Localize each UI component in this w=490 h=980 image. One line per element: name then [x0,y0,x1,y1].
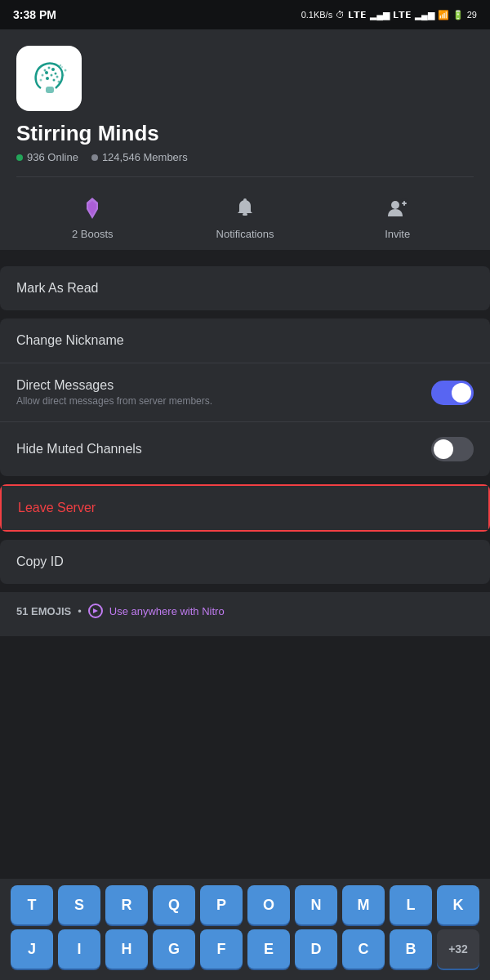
notifications-label: Notifications [216,228,274,240]
key-P[interactable]: P [200,885,243,924]
server-icon [16,46,82,111]
copy-id-label: Copy ID [16,555,64,569]
svg-point-16 [63,74,65,76]
key-L[interactable]: L [390,885,432,924]
direct-messages-toggle[interactable] [431,381,474,405]
key-R[interactable]: R [105,885,148,924]
svg-point-12 [58,81,60,83]
key-J[interactable]: J [11,929,53,969]
status-bar: 3:38 PM 0.1KB/s ⏱ 𝗟𝗧𝗘 ▂▄▆ 𝗟𝗧𝗘 ▂▄▆ 📶 🔋 29 [0,0,490,29]
leave-server-section: Leave Server [0,484,490,532]
svg-point-4 [55,73,57,75]
lte-icon: 𝗟𝗧𝗘 [348,10,367,20]
keyboard-row-1: T S R Q P O N M L K [7,885,483,924]
change-nickname-item[interactable]: Change Nickname [0,318,490,363]
signal2-icon: ▂▄▆ [415,10,434,20]
nitro-icon [88,604,103,618]
status-icons: 0.1KB/s ⏱ 𝗟𝗧𝗘 ▂▄▆ 𝗟𝗧𝗘 ▂▄▆ 📶 🔋 29 [301,10,477,20]
svg-point-2 [48,67,51,69]
svg-point-7 [51,74,53,77]
keyboard-row-2: J I H G F E D C B +32 [7,929,483,969]
bell-icon [234,197,256,220]
members-dot [91,154,98,161]
key-F[interactable]: F [200,929,243,969]
svg-point-8 [56,76,59,78]
svg-point-5 [42,74,44,77]
hide-muted-channels-item[interactable]: Hide Muted Channels [0,422,490,476]
toggle-knob-dm [452,383,471,403]
nitro-label[interactable]: Use anywhere with Nitro [109,605,225,617]
mark-as-read-label: Mark As Read [16,281,98,296]
emoji-separator: • [78,605,82,617]
network-speed: 0.1KB/s [301,10,333,20]
hide-muted-content: Hide Muted Channels [16,442,431,457]
copy-id-item[interactable]: Copy ID [0,540,490,584]
change-nickname-label: Change Nickname [16,333,124,348]
boost-icon [80,196,105,220]
mark-as-read-section: Mark As Read [0,266,490,310]
leave-server-label: Leave Server [18,501,96,515]
direct-messages-label: Direct Messages [16,378,431,393]
emojis-section: 51 EMOJIS • Use anywhere with Nitro [0,592,490,636]
key-more[interactable]: +32 [437,929,479,969]
svg-point-21 [243,198,247,202]
key-D[interactable]: D [295,929,337,969]
keyboard: T S R Q P O N M L K J I H G F E D C B +3… [0,879,490,980]
copy-id-section: Copy ID [0,540,490,584]
svg-point-17 [60,65,61,66]
direct-messages-content: Direct Messages Allow direct messages fr… [16,378,431,407]
svg-point-9 [40,79,42,82]
svg-point-1 [44,69,47,72]
key-E[interactable]: E [247,929,290,969]
settings-section: Change Nickname Direct Messages Allow di… [0,318,490,476]
emoji-count: 51 EMOJIS [16,605,71,617]
direct-messages-item[interactable]: Direct Messages Allow direct messages fr… [0,363,490,422]
svg-rect-13 [46,87,54,93]
svg-point-14 [61,66,63,68]
clock-icon: ⏱ [336,10,345,20]
key-H[interactable]: H [105,929,148,969]
battery-level: 29 [467,10,477,20]
key-M[interactable]: M [342,885,385,924]
server-header: Stirring Minds 936 Online 124,546 Member… [0,29,490,250]
wifi-icon: 📶 [438,10,449,20]
hide-muted-label: Hide Muted Channels [16,442,431,457]
toggle-knob-mute [434,439,453,459]
status-time: 3:38 PM [13,8,56,21]
invite-label: Invite [385,228,410,240]
key-B[interactable]: B [390,929,432,969]
svg-rect-20 [243,213,247,216]
key-Q[interactable]: Q [153,885,195,924]
key-O[interactable]: O [247,885,290,924]
direct-messages-sublabel: Allow direct messages from server member… [16,395,431,407]
key-S[interactable]: S [58,885,100,924]
leave-server-item[interactable]: Leave Server [0,484,490,532]
key-K[interactable]: K [437,885,479,924]
bell-icon-wrap [230,194,260,223]
invite-button[interactable]: Invite [321,187,474,250]
signal-icon: ▂▄▆ [370,10,390,20]
svg-point-10 [46,77,49,80]
key-G[interactable]: G [153,929,195,969]
server-stats: 936 Online 124,546 Members [16,151,474,163]
key-T[interactable]: T [11,885,53,924]
svg-rect-25 [403,201,405,206]
online-dot [16,154,23,161]
key-I[interactable]: I [58,929,100,969]
hide-muted-toggle[interactable] [431,437,474,461]
boosts-button[interactable]: 2 Boosts [16,187,169,250]
invite-icon [385,197,410,220]
emoji-header: 51 EMOJIS • Use anywhere with Nitro [16,604,474,618]
server-logo [24,54,74,103]
svg-point-6 [45,71,48,74]
lte2-icon: 𝗟𝗧𝗘 [393,10,412,20]
invite-icon-wrap [383,194,412,223]
boost-icon-wrap [78,194,107,223]
mark-as-read-item[interactable]: Mark As Read [0,266,490,310]
svg-point-11 [53,79,56,82]
key-C[interactable]: C [342,929,385,969]
svg-point-3 [51,68,55,71]
notifications-button[interactable]: Notifications [169,187,322,250]
member-count: 124,546 Members [91,151,188,163]
key-N[interactable]: N [295,885,337,924]
